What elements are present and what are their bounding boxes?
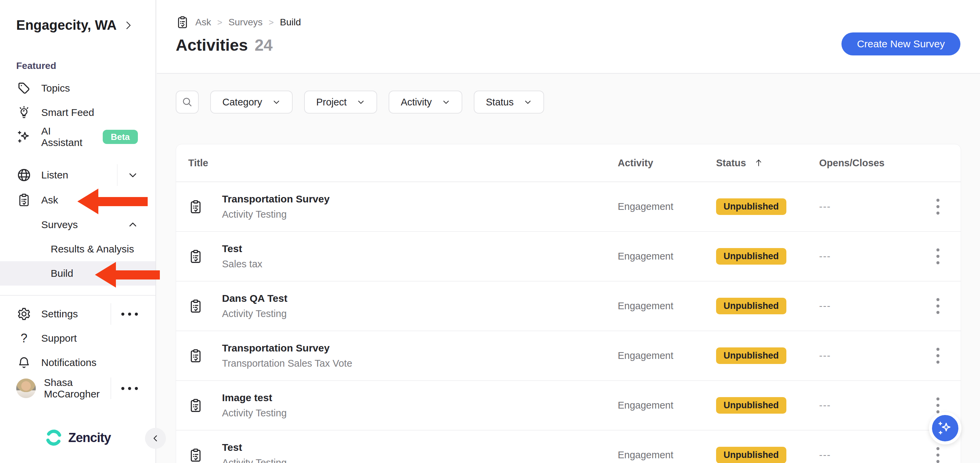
- survey-subtitle: Sales tax: [222, 259, 262, 270]
- status-badge: Unpublished: [716, 198, 786, 215]
- beta-badge: Beta: [103, 130, 138, 144]
- opens-closes-cell: ---: [819, 350, 927, 361]
- user-name: Shasa McCarogher: [44, 377, 110, 400]
- column-header-status[interactable]: Status: [716, 158, 819, 169]
- column-header-activity[interactable]: Activity: [618, 158, 716, 169]
- sidebar-item-smart-feed[interactable]: Smart Feed: [0, 100, 156, 125]
- table-row[interactable]: Dans QA Test Activity Testing Engagement…: [176, 282, 961, 331]
- title-cell: Transportation Survey Transportation Sal…: [188, 342, 618, 369]
- survey-title[interactable]: Test: [222, 243, 262, 255]
- create-new-survey-button[interactable]: Create New Survey: [842, 32, 960, 56]
- chevron-up-icon[interactable]: [118, 214, 138, 235]
- sidebar-item-user[interactable]: Shasa McCarogher: [0, 375, 156, 402]
- activity-cell: Engagement: [618, 449, 716, 461]
- status-badge: Unpublished: [716, 248, 786, 265]
- ellipsis-menu-icon[interactable]: [110, 377, 138, 399]
- column-header-opens-closes[interactable]: Opens/Closes: [819, 158, 927, 169]
- ai-assistant-fab[interactable]: [929, 412, 961, 444]
- sidebar-item-notifications[interactable]: Notifications: [0, 350, 156, 375]
- filter-dropdown-status[interactable]: Status: [474, 91, 544, 113]
- sidebar-item-label: Settings: [41, 308, 78, 320]
- kebab-menu-icon[interactable]: [934, 196, 942, 217]
- featured-label: Featured: [16, 60, 156, 71]
- dropdown-label: Project: [316, 97, 347, 108]
- survey-title[interactable]: Test: [222, 442, 286, 453]
- sparkles-icon: [937, 420, 953, 436]
- table-row[interactable]: Test Activity Testing Engagement Unpubli…: [176, 431, 961, 463]
- table-row[interactable]: Transportation Survey Activity Testing E…: [176, 182, 961, 232]
- survey-title[interactable]: Transportation Survey: [222, 342, 352, 354]
- sidebar-item-ai-assistant[interactable]: AI Assistant Beta: [0, 125, 156, 149]
- filter-dropdown-category[interactable]: Category: [210, 91, 293, 113]
- search-button[interactable]: [176, 91, 199, 113]
- opens-closes-cell: ---: [819, 301, 927, 312]
- page-header: Ask > Surveys > Build Activities 24 Crea…: [157, 0, 980, 74]
- globe-icon: [16, 168, 32, 183]
- status-cell: Unpublished: [716, 248, 819, 265]
- sidebar-item-label: Support: [41, 333, 77, 344]
- sidebar-item-label: Topics: [41, 83, 70, 94]
- page-title: Activities: [176, 36, 248, 54]
- sidebar-item-build[interactable]: Build: [0, 261, 156, 286]
- kebab-menu-icon[interactable]: [934, 246, 942, 267]
- title-cell: Image test Activity Testing: [188, 392, 618, 419]
- survey-title[interactable]: Image test: [222, 392, 286, 404]
- sidebar-divider: [0, 295, 156, 296]
- kebab-menu-icon[interactable]: [934, 295, 942, 317]
- clipboard-icon: [188, 249, 203, 264]
- sidebar-item-support[interactable]: ? Support: [0, 326, 156, 350]
- status-cell: Unpublished: [716, 397, 819, 414]
- sidebar-collapse-button[interactable]: [145, 428, 166, 449]
- sidebar-item-label: Build: [51, 268, 73, 279]
- breadcrumb-item[interactable]: Surveys: [228, 17, 262, 28]
- chevron-down-icon: [272, 98, 280, 106]
- opens-closes-cell: ---: [819, 449, 927, 461]
- gear-icon: [16, 307, 32, 321]
- sidebar-item-ask[interactable]: Ask: [0, 188, 156, 213]
- kebab-menu-icon[interactable]: [934, 345, 942, 366]
- survey-title[interactable]: Dans QA Test: [222, 293, 287, 304]
- breadcrumb: Ask > Surveys > Build: [176, 16, 961, 29]
- chevron-down-icon[interactable]: [117, 164, 138, 186]
- survey-title[interactable]: Transportation Survey: [222, 193, 329, 205]
- clipboard-icon: [16, 193, 32, 207]
- column-header-title[interactable]: Title: [188, 158, 618, 169]
- filter-dropdown-activity[interactable]: Activity: [389, 91, 462, 113]
- status-badge: Unpublished: [716, 347, 786, 364]
- sidebar-item-settings[interactable]: Settings: [0, 302, 156, 326]
- org-switcher[interactable]: Engagecity, WA: [0, 0, 156, 33]
- sidebar: Engagecity, WA Featured Topics Smart Fee…: [0, 0, 156, 463]
- sidebar-item-label: AI Assistant: [41, 126, 94, 148]
- opens-closes-cell: ---: [819, 400, 927, 411]
- clipboard-icon: [188, 348, 203, 363]
- table-header-row: Title Activity Status Opens/Closes: [176, 144, 961, 182]
- breadcrumb-item-current: Build: [280, 17, 301, 28]
- table-row[interactable]: Test Sales tax Engagement Unpublished --…: [176, 232, 961, 282]
- opens-closes-cell: ---: [819, 251, 927, 262]
- status-cell: Unpublished: [716, 447, 819, 463]
- tag-icon: [16, 81, 32, 95]
- table-row[interactable]: Transportation Survey Transportation Sal…: [176, 331, 961, 381]
- clipboard-icon: [188, 398, 203, 413]
- status-cell: Unpublished: [716, 198, 819, 215]
- kebab-menu-icon[interactable]: [934, 444, 942, 463]
- zencity-logo-text: Zencity: [68, 431, 111, 445]
- activity-cell: Engagement: [618, 301, 716, 312]
- opens-closes-cell: ---: [819, 201, 927, 212]
- sidebar-item-label: Notifications: [41, 357, 96, 368]
- title-cell: Test Activity Testing: [188, 442, 618, 463]
- sidebar-item-surveys[interactable]: Surveys: [0, 213, 156, 237]
- table-row[interactable]: Image test Activity Testing Engagement U…: [176, 381, 961, 431]
- ellipsis-menu-icon[interactable]: [110, 303, 138, 325]
- sidebar-item-label: Smart Feed: [41, 107, 94, 118]
- table-body: Transportation Survey Activity Testing E…: [176, 182, 961, 463]
- dropdown-label: Status: [486, 97, 514, 108]
- filter-toolbar: Category Project Activity Status: [176, 91, 961, 113]
- breadcrumb-item[interactable]: Ask: [195, 17, 211, 28]
- chevron-left-icon: [151, 434, 160, 443]
- filter-dropdown-project[interactable]: Project: [304, 91, 377, 113]
- survey-subtitle: Transportation Sales Tax Vote: [222, 358, 352, 369]
- sidebar-item-listen[interactable]: Listen: [0, 162, 156, 188]
- sidebar-item-topics[interactable]: Topics: [0, 76, 156, 100]
- sidebar-item-results-analysis[interactable]: Results & Analysis: [0, 237, 156, 261]
